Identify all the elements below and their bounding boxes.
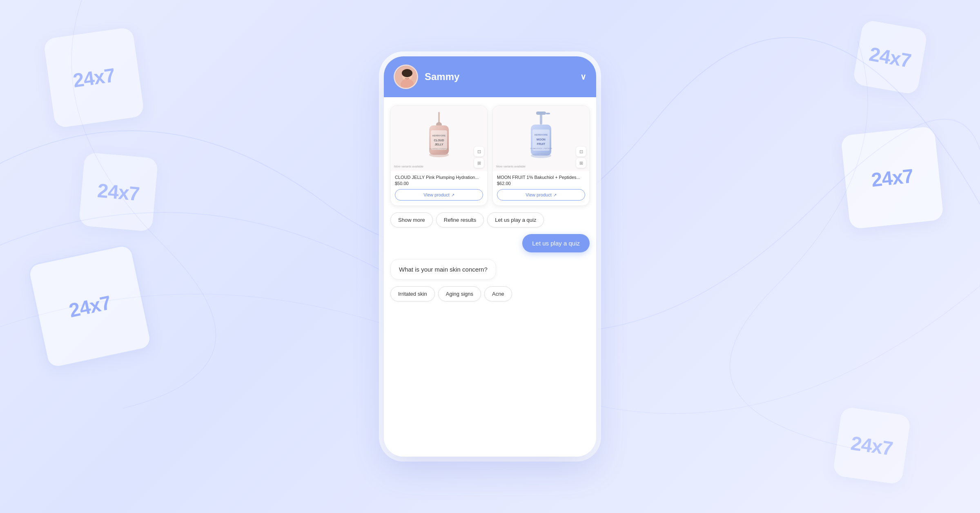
question-bubble: What is your main skin concern? [390,259,496,280]
avatar [394,65,418,89]
quote-icon-2[interactable]: ⊡ [576,147,586,156]
bg-tile-1: 24x7 [43,27,145,128]
chat-body: HERBIVORE CLOUD JELLY PLUMPING HYDRATION [384,97,596,457]
phone-container: Sammy ∨ HERBI [384,56,596,457]
product-cards-row: HERBIVORE CLOUD JELLY PLUMPING HYDRATION [390,105,590,206]
svg-text:MOON: MOON [537,138,546,141]
svg-rect-16 [536,112,546,115]
chevron-down-icon[interactable]: ∨ [580,72,586,82]
svg-rect-6 [438,112,440,123]
svg-point-14 [429,152,449,157]
bg-tile-4: 24x7 [852,19,928,95]
svg-text:PLUMPING HYDRATION: PLUMPING HYDRATION [430,148,448,150]
product-card-cloud-jelly: HERBIVORE CLOUD JELLY PLUMPING HYDRATION [390,105,488,206]
product-icons-2: ⊡ ⊞ [576,147,586,168]
product-image-moon-fruit: HERBIVORE MOON FRUIT 1% BAKUCHIOL + PEPT… [493,106,589,171]
bg-tile-5: 24x7 [841,126,944,230]
aging-signs-chip[interactable]: Aging signs [438,286,481,301]
svg-text:JELLY: JELLY [434,143,443,146]
show-more-chip[interactable]: Show more [390,212,433,228]
svg-text:CLOUD: CLOUD [434,139,444,142]
product-image-cloud-jelly: HERBIVORE CLOUD JELLY PLUMPING HYDRATION [391,106,487,171]
irritated-skin-chip[interactable]: Irritated skin [390,286,435,301]
svg-text:HERBIVORE: HERBIVORE [432,134,446,137]
product-card-moon-fruit: HERBIVORE MOON FRUIT 1% BAKUCHIOL + PEPT… [492,105,590,206]
grid-icon-1[interactable]: ⊞ [474,158,484,168]
product-info-2: MOON FRUIT 1% Bakuchiol + Peptides... $6… [493,171,589,205]
quote-icon-1[interactable]: ⊡ [474,147,484,156]
svg-point-5 [402,69,412,77]
acne-chip[interactable]: Acne [484,286,512,301]
svg-point-24 [531,153,551,158]
svg-text:1% BAKUCHIOL + PEPTIDES: 1% BAKUCHIOL + PEPTIDES [530,147,552,149]
user-name: Sammy [425,71,574,83]
concern-chips-row: Irritated skin Aging signs Acne [390,286,590,301]
play-quiz-chip[interactable]: Let us play a quiz [487,212,544,228]
bg-tile-3: 24x7 [27,243,153,369]
quiz-bubble[interactable]: Let us play a quiz [522,234,590,252]
bg-tile-2: 24x7 [78,152,158,232]
bg-tile-6: 24x7 [833,406,911,485]
svg-rect-17 [546,113,550,114]
product-icons-1: ⊡ ⊞ [474,147,484,168]
product-name-2: MOON FRUIT 1% Bakuchiol + Peptides... [497,174,585,180]
svg-text:HERBIVORE: HERBIVORE [535,134,548,136]
svg-text:FRUIT: FRUIT [537,143,546,145]
action-chips-row: Show more Refine results Let us play a q… [390,212,590,228]
product-name-1: CLOUD JELLY Pink Plumping Hydration... [395,174,483,180]
variant-text-2: More variants available [496,165,526,168]
view-product-btn-2[interactable]: View product ↗ [497,189,585,201]
external-link-icon-2: ↗ [553,193,557,197]
refine-results-chip[interactable]: Refine results [436,212,484,228]
product-price-2: $62.00 [497,181,585,186]
variant-text-1: More variants available [394,165,423,168]
product-price-1: $50.00 [395,181,483,186]
external-link-icon-1: ↗ [451,193,454,197]
product-info-1: CLOUD JELLY Pink Plumping Hydration... $… [391,171,487,205]
chat-header: Sammy ∨ [384,56,596,97]
view-product-btn-1[interactable]: View product ↗ [395,189,483,201]
grid-icon-2[interactable]: ⊞ [576,158,586,168]
quiz-bubble-row: Let us play a quiz [390,234,590,252]
